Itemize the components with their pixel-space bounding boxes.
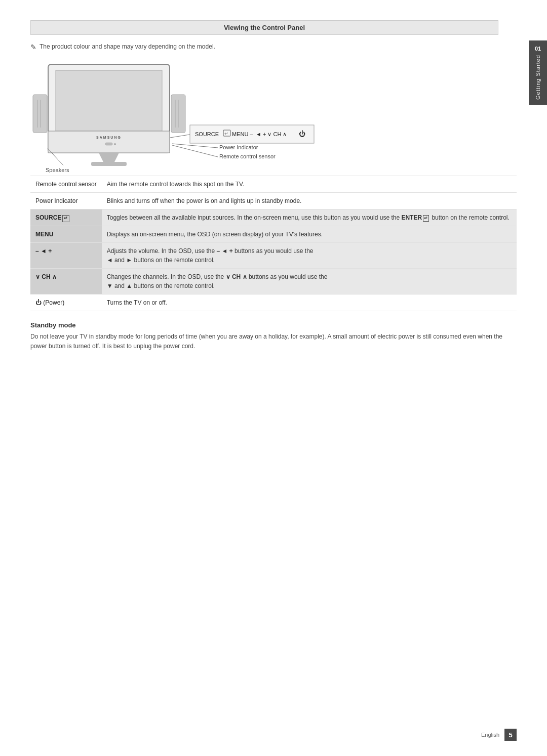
feature-table: Remote control sensorAim the remote cont… — [30, 176, 517, 311]
svg-text:Remote control sensor: Remote control sensor — [219, 153, 276, 159]
feature-desc-4: Adjusts the volume. In the OSD, use the … — [102, 243, 517, 269]
feature-row-1: Power IndicatorBlinks and turns off when… — [30, 193, 517, 209]
section-title-bar: Viewing the Control Panel — [30, 20, 498, 35]
note-text: ✎ The product colour and shape may vary … — [30, 43, 517, 51]
sidebar-tab: 01 Getting Started — [529, 40, 547, 105]
svg-text:SOURCE: SOURCE — [195, 131, 219, 137]
note-content: The product colour and shape may vary de… — [40, 43, 215, 50]
standby-section: Standby mode Do not leave your TV in sta… — [30, 321, 517, 351]
svg-text:◄ +   ∨ CH ∧: ◄ + ∨ CH ∧ — [256, 131, 287, 137]
feature-desc-5: Changes the channels. In the OSD, use th… — [102, 269, 517, 295]
note-icon: ✎ — [30, 43, 36, 51]
svg-rect-1 — [56, 70, 162, 131]
feature-label-3: MENU — [30, 226, 102, 243]
feature-label-6: ⏻ (Power) — [30, 295, 102, 311]
page-container: 01 Getting Started Viewing the Control P… — [0, 0, 547, 756]
feature-desc-0: Aim the remote control towards this spot… — [102, 176, 517, 193]
svg-rect-4 — [105, 143, 112, 145]
section-title: Viewing the Control Panel — [224, 24, 305, 31]
feature-label-4: – ◄ + — [30, 243, 102, 269]
standby-title: Standby mode — [30, 321, 517, 329]
feature-desc-1: Blinks and turns off when the power is o… — [102, 193, 517, 209]
svg-rect-7 — [91, 162, 127, 166]
svg-text:SAMSUNG: SAMSUNG — [96, 136, 122, 139]
footer-page-number: 5 — [504, 729, 517, 741]
feature-label-5: ∨ CH ∧ — [30, 269, 102, 295]
sidebar-chapter-title: Getting Started — [535, 55, 541, 100]
diagram-area: SAMSUNG SOURCE ↵ MENU – — [30, 59, 324, 176]
svg-text:MENU  –: MENU – — [232, 131, 253, 137]
feature-desc-3: Displays an on-screen menu, the OSD (on … — [102, 226, 517, 243]
feature-row-2: SOURCE↵Toggles between all the available… — [30, 209, 517, 226]
svg-text:↵: ↵ — [224, 131, 228, 136]
svg-line-14 — [170, 134, 192, 138]
svg-marker-6 — [99, 153, 119, 163]
svg-text:Power Indicator: Power Indicator — [219, 144, 258, 150]
svg-text:⏻: ⏻ — [299, 130, 305, 138]
footer-language: English — [481, 732, 499, 738]
svg-rect-8 — [33, 95, 47, 133]
feature-desc-6: Turns the TV on or off. — [102, 295, 517, 311]
feature-row-4: – ◄ +Adjusts the volume. In the OSD, use… — [30, 243, 517, 269]
feature-row-3: MENUDisplays an on-screen menu, the OSD … — [30, 226, 517, 243]
feature-label-2: SOURCE↵ — [30, 209, 102, 226]
sidebar-chapter-number: 01 — [535, 46, 541, 52]
standby-text: Do not leave your TV in standby mode for… — [30, 332, 517, 351]
feature-row-0: Remote control sensorAim the remote cont… — [30, 176, 517, 193]
feature-label-0: Remote control sensor — [30, 176, 102, 193]
feature-row-6: ⏻ (Power)Turns the TV on or off. — [30, 295, 517, 311]
svg-point-5 — [114, 143, 116, 145]
feature-desc-2: Toggles between all the available input … — [102, 209, 517, 226]
feature-label-1: Power Indicator — [30, 193, 102, 209]
page-footer: English 5 — [481, 729, 517, 741]
svg-text:Speakers: Speakers — [46, 167, 69, 173]
feature-row-5: ∨ CH ∧Changes the channels. In the OSD, … — [30, 269, 517, 295]
svg-rect-2 — [48, 131, 170, 153]
